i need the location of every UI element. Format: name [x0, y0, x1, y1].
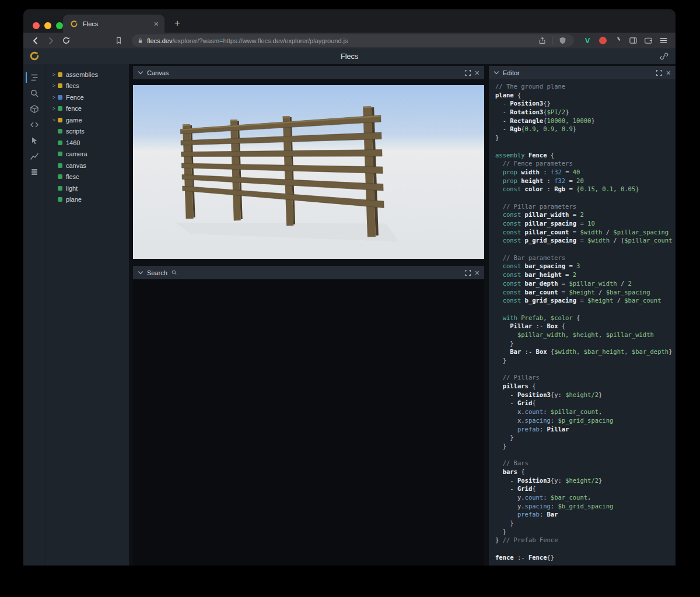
- code-line: const bar_spacing = 3: [495, 262, 676, 271]
- tree-item-flesc[interactable]: flesc: [46, 171, 129, 183]
- bookmark-icon[interactable]: [112, 34, 125, 47]
- code-line: // Pillars: [495, 373, 676, 382]
- code-line: }: [495, 519, 676, 528]
- code-line: const bar_depth = $pillar_width / 2: [495, 279, 676, 288]
- tree-item-game[interactable]: >game: [46, 114, 129, 126]
- code-line: - Rectangle{10000, 10000}: [495, 117, 676, 125]
- collapse-chevron-icon[interactable]: [494, 71, 499, 75]
- 3d-viewport[interactable]: [133, 85, 484, 259]
- sidebar-panel-icon[interactable]: [626, 34, 639, 47]
- rows-icon[interactable]: [26, 167, 43, 177]
- code-line: const pillar_count = $width / $pillar_sp…: [495, 228, 676, 237]
- brave-vpn-icon[interactable]: V: [581, 34, 594, 47]
- expand-chevron-icon[interactable]: >: [51, 94, 57, 100]
- reload-button[interactable]: [60, 34, 72, 47]
- tree-item-label: Fence: [66, 94, 84, 101]
- code-line: - Position3{y: $height/2}: [495, 391, 676, 399]
- search-icon[interactable]: [26, 88, 43, 99]
- new-tab-button[interactable]: +: [170, 16, 184, 30]
- code-line: pillars {: [495, 382, 676, 391]
- tree-item-flecs[interactable]: >flecs: [46, 80, 129, 92]
- panel-gap: [133, 259, 484, 266]
- code-line: prop height : f32 = 20: [495, 177, 676, 185]
- tree-item-label: 1460: [66, 139, 80, 146]
- tree-item-Fence[interactable]: >Fence: [46, 92, 129, 103]
- code-line: - Rotation3{$PI/2}: [495, 108, 676, 117]
- code-icon[interactable]: [26, 120, 43, 130]
- flecs-logo-icon[interactable]: [29, 51, 40, 61]
- search-panel-title: Search: [147, 269, 167, 276]
- code-editor[interactable]: // The ground planeplane { - Position3{}…: [489, 79, 676, 566]
- expand-chevron-icon[interactable]: >: [51, 106, 57, 111]
- extension-badge-icon[interactable]: [596, 34, 609, 47]
- collapse-chevron-icon[interactable]: [138, 71, 144, 75]
- expand-chevron-icon[interactable]: >: [51, 72, 57, 78]
- expand-chevron-icon[interactable]: >: [51, 117, 57, 123]
- code-line: with Prefab, $color {: [495, 314, 676, 322]
- code-line: }: [495, 442, 676, 451]
- browser-tab[interactable]: Flecs ×: [63, 15, 164, 33]
- hierarchy-icon[interactable]: [26, 72, 43, 83]
- expand-chevron-icon[interactable]: >: [51, 83, 57, 89]
- cube-icon[interactable]: [26, 104, 43, 114]
- menu-button[interactable]: [657, 34, 670, 47]
- tree-item-fence[interactable]: >fence: [46, 103, 129, 115]
- window-controls: [33, 22, 63, 29]
- tree-item-label: scripts: [66, 128, 85, 135]
- tree-item-1460[interactable]: 1460: [46, 137, 129, 149]
- tree-item-label: canvas: [66, 162, 86, 169]
- window-zoom-button[interactable]: [56, 22, 63, 29]
- code-line: const pillar_spacing = 10: [495, 219, 676, 228]
- tree-item-label: flesc: [66, 173, 79, 180]
- code-line: } // Prefab Fence: [495, 536, 676, 545]
- expand-icon[interactable]: [464, 69, 471, 76]
- entity-kind-icon: [58, 95, 62, 100]
- close-icon[interactable]: ×: [475, 69, 480, 77]
- chart-icon[interactable]: [26, 151, 43, 161]
- page-title: Flecs: [341, 52, 358, 61]
- collapse-chevron-icon[interactable]: [138, 271, 144, 275]
- code-line: prefab: Pillar: [495, 425, 676, 434]
- cursor-icon[interactable]: [26, 135, 43, 146]
- tree-item-plane[interactable]: plane: [46, 194, 129, 206]
- tree-item-light[interactable]: light: [46, 182, 129, 194]
- code-line: Pillar :- Box {: [495, 322, 676, 331]
- expand-icon[interactable]: [656, 69, 663, 76]
- code-line: }: [495, 339, 676, 348]
- tree-item-camera[interactable]: camera: [46, 149, 129, 160]
- window-minimize-button[interactable]: [44, 22, 51, 29]
- expand-icon[interactable]: [464, 269, 471, 276]
- tree-item-label: camera: [66, 150, 88, 157]
- brave-shield-icon[interactable]: [556, 34, 569, 47]
- url-divider: [552, 37, 552, 44]
- code-line: - Grid{: [495, 399, 676, 408]
- window-close-button[interactable]: [33, 22, 40, 29]
- back-button[interactable]: [29, 34, 42, 47]
- entity-kind-icon: [58, 186, 62, 191]
- code-line: $pillar_width, $height, $pillar_width: [495, 331, 676, 339]
- tree-item-assemblies[interactable]: >assemblies: [46, 69, 129, 80]
- code-line: x.count: $pillar_count,: [495, 408, 676, 416]
- tree-item-canvas[interactable]: canvas: [46, 160, 129, 171]
- extensions-puzzle-icon[interactable]: [611, 34, 624, 47]
- code-line: assembly Fence {: [495, 151, 676, 160]
- code-line: }: [495, 356, 676, 365]
- tab-close-button[interactable]: ×: [153, 20, 160, 28]
- entity-kind-icon: [58, 141, 62, 145]
- wallet-icon[interactable]: [642, 34, 654, 47]
- tree-item-scripts[interactable]: scripts: [46, 126, 129, 138]
- search-results-area[interactable]: [133, 279, 484, 566]
- code-line: prefab: Bar: [495, 510, 676, 519]
- code-line: x.spacing: $p_grid_spacing: [495, 416, 676, 425]
- close-icon[interactable]: ×: [475, 269, 480, 277]
- entity-kind-icon: [58, 129, 62, 134]
- share-link-icon[interactable]: [660, 52, 668, 61]
- editor-panel-title: Editor: [503, 69, 520, 76]
- code-line: y.spacing: $b_grid_spacing: [495, 502, 676, 511]
- close-icon[interactable]: ×: [666, 69, 671, 77]
- code-line: // Fence parameters: [495, 159, 676, 168]
- share-icon[interactable]: [536, 34, 548, 47]
- forward-button[interactable]: [44, 34, 57, 47]
- code-line: // Bar parameters: [495, 254, 676, 262]
- url-bar[interactable]: flecs.dev/explorer/?wasm=https://www.fle…: [132, 34, 574, 47]
